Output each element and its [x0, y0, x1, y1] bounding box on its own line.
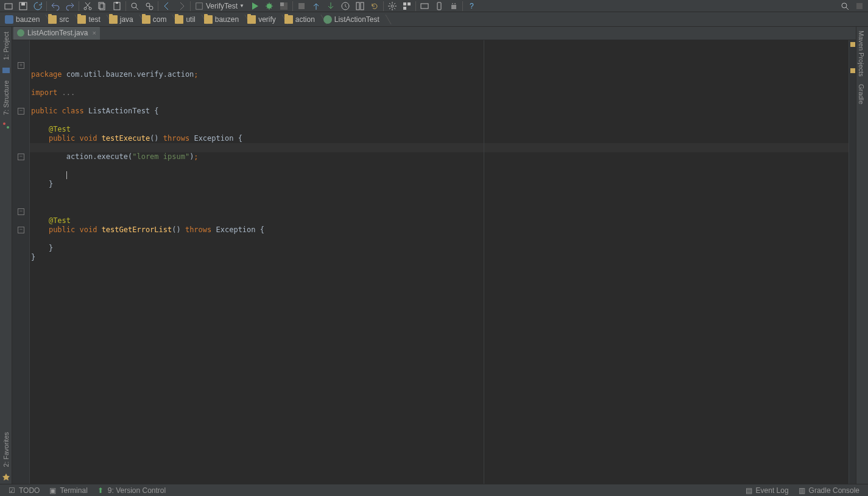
save-icon[interactable] [16, 0, 30, 12]
code-content[interactable]: package com.util.bauzen.verify.action; i… [30, 40, 849, 484]
replace-icon[interactable] [142, 0, 157, 12]
editor-tab-active[interactable]: ListActionTest.java × [13, 27, 100, 40]
project-structure-icon[interactable] [400, 0, 414, 12]
breadcrumb-java[interactable]: java [107, 13, 139, 26]
svg-point-9 [132, 3, 136, 8]
svg-rect-16 [298, 3, 305, 9]
find-icon[interactable] [127, 0, 142, 12]
favorites-tool-button[interactable]: 2: Favorites [2, 428, 10, 470]
gutter[interactable]: + − − − − [12, 40, 30, 484]
svg-rect-23 [403, 7, 406, 10]
back-icon[interactable] [160, 0, 174, 12]
svg-point-4 [89, 7, 91, 10]
navigation-bar: bauzen src test java com util bauzen ver… [0, 12, 868, 27]
svg-point-34 [7, 126, 9, 129]
vcs-icon: ⬆ [97, 486, 105, 494]
svg-text:?: ? [470, 2, 474, 10]
svg-rect-0 [5, 4, 12, 9]
svg-point-27 [452, 3, 453, 4]
breadcrumb-util[interactable]: util [172, 13, 201, 26]
text-cursor [66, 171, 67, 179]
class-icon [323, 15, 332, 24]
redo-icon[interactable] [63, 0, 77, 12]
android-icon[interactable] [446, 0, 461, 12]
warning-marker[interactable] [850, 68, 855, 73]
folder-icon [247, 15, 256, 24]
folder-icon [142, 15, 150, 24]
search-everywhere-icon[interactable] [838, 0, 852, 12]
project-tool-icon[interactable] [2, 66, 10, 74]
svg-rect-32 [2, 68, 10, 73]
avd-manager-icon[interactable] [432, 0, 446, 12]
fold-collapse-icon[interactable]: − [18, 108, 24, 115]
coverage-icon[interactable] [277, 0, 291, 12]
vcs-revert-icon[interactable] [367, 0, 382, 12]
breadcrumb-src[interactable]: src [46, 13, 75, 26]
fold-expand-icon[interactable]: + [18, 62, 24, 69]
separator [462, 1, 463, 11]
separator [158, 1, 158, 11]
vcs-update-icon[interactable] [309, 0, 323, 12]
run-config-selector[interactable]: VerifyTest ▼ [192, 0, 247, 12]
sync-icon[interactable] [30, 0, 45, 12]
right-tool-strip: Maven Projects Gradle [856, 27, 868, 484]
breadcrumb-bauzen[interactable]: bauzen [2, 13, 46, 26]
vcs-diff-icon[interactable] [353, 0, 367, 12]
help-icon[interactable]: ? [464, 0, 479, 12]
run-icon[interactable] [247, 0, 262, 12]
event-log-button[interactable]: ▤Event Log [741, 486, 794, 495]
vcs-commit-icon[interactable] [323, 0, 338, 12]
stop-icon[interactable] [294, 0, 309, 12]
breadcrumb-bauzen-pkg[interactable]: bauzen [202, 13, 245, 26]
svg-rect-15 [280, 2, 284, 6]
copy-icon[interactable] [95, 0, 110, 12]
structure-tool-icon[interactable] [2, 121, 10, 130]
folder-icon [109, 15, 118, 24]
separator [190, 1, 191, 11]
error-stripe[interactable] [849, 40, 856, 484]
breadcrumb-test[interactable]: test [75, 13, 106, 26]
code-editor[interactable]: + − − − − package com.util.bauzen.verify… [12, 40, 856, 484]
warning-marker[interactable] [850, 42, 855, 47]
close-tab-icon[interactable]: × [92, 29, 96, 37]
undo-icon[interactable] [48, 0, 63, 12]
breadcrumb-verify[interactable]: verify [245, 13, 282, 26]
todo-tool-button[interactable]: ☑TODO [4, 486, 44, 495]
favorites-tool-icon[interactable] [2, 473, 10, 481]
paste-icon[interactable] [110, 0, 124, 12]
folder-icon [77, 15, 86, 24]
open-icon[interactable] [1, 0, 16, 12]
fold-collapse-icon[interactable]: − [18, 227, 24, 233]
svg-point-20 [391, 5, 393, 7]
sdk-manager-icon[interactable] [417, 0, 432, 12]
cut-icon[interactable] [80, 0, 95, 12]
debug-icon[interactable] [262, 0, 277, 12]
breadcrumb-action[interactable]: action [282, 13, 321, 26]
run-config-label: VerifyTest [206, 2, 238, 10]
svg-rect-18 [356, 2, 359, 10]
terminal-icon: ▣ [49, 486, 57, 494]
editor-tabs: ListActionTest.java × [12, 27, 856, 40]
terminal-tool-button[interactable]: ▣Terminal [44, 486, 92, 495]
project-tool-button[interactable]: 1: Project [2, 28, 10, 63]
svg-rect-25 [437, 2, 441, 10]
breadcrumb-com[interactable]: com [139, 13, 173, 26]
breadcrumb-class[interactable]: ListActionTest [321, 13, 386, 26]
svg-point-10 [146, 3, 150, 7]
fold-collapse-icon[interactable]: − [18, 154, 24, 160]
settings-icon[interactable] [385, 0, 400, 12]
fold-collapse-icon[interactable]: − [18, 208, 24, 215]
vcs-history-icon[interactable] [338, 0, 353, 12]
svg-point-30 [842, 3, 847, 8]
status-bar: ☑TODO ▣Terminal ⬆9: Version Control ▤Eve… [0, 484, 868, 496]
svg-point-11 [149, 6, 153, 10]
notifications-icon[interactable] [852, 0, 867, 12]
vcs-tool-button[interactable]: ⬆9: Version Control [93, 486, 171, 495]
gradle-console-button[interactable]: ▥Gradle Console [794, 486, 864, 495]
gradle-tool-button[interactable]: Gradle [856, 80, 866, 108]
structure-tool-button[interactable]: 7: Structure [2, 77, 10, 119]
folder-icon [284, 15, 293, 24]
forward-icon[interactable] [174, 0, 189, 12]
maven-tool-button[interactable]: Maven Projects [856, 27, 866, 80]
separator [46, 1, 47, 11]
